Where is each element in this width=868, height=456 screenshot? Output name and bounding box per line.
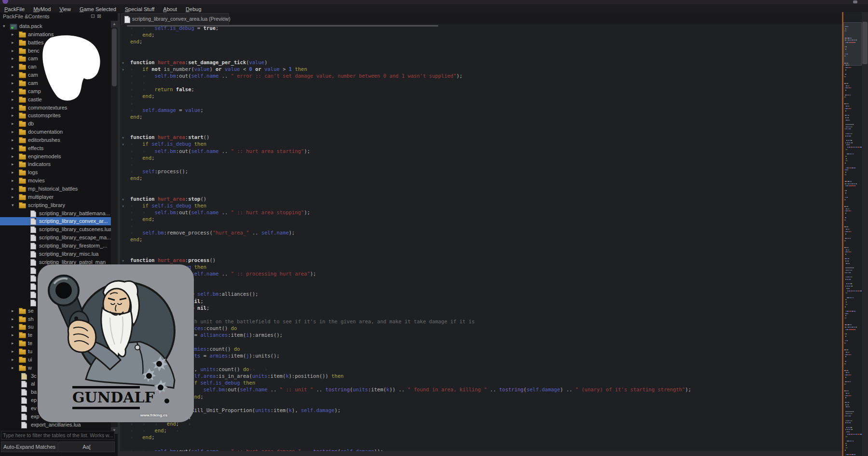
- case-sensitive-button[interactable]: Aa[: [58, 442, 115, 452]
- chevron-right-icon[interactable]: ▸: [12, 332, 14, 337]
- chevron-right-icon[interactable]: ▸: [12, 48, 14, 53]
- chevron-right-icon[interactable]: ▸: [12, 72, 14, 77]
- code-line: › › › › end;: [130, 414, 842, 420]
- chevron-right-icon[interactable]: ▸: [12, 32, 14, 37]
- chevron-right-icon[interactable]: ▸: [12, 113, 14, 118]
- minimap-line: [843, 240, 862, 241]
- chevron-right-icon[interactable]: ▸: [12, 56, 14, 61]
- minimap-line: [843, 188, 862, 189]
- folder-icon: [19, 81, 26, 86]
- tree-item-label: movies: [28, 178, 45, 183]
- collapse-all-icon[interactable]: ⊠: [97, 13, 101, 19]
- vertical-scrollbar[interactable]: [862, 12, 868, 456]
- minimap-line: [843, 87, 862, 88]
- fold-marker-icon[interactable]: ▼: [122, 258, 124, 264]
- tree-item-editorbrushes[interactable]: ▸editorbrushes: [0, 136, 111, 144]
- folder-icon: [19, 73, 26, 78]
- tree-item-indicators[interactable]: ▸indicators: [0, 160, 111, 168]
- code-view[interactable]: › › self.is_debug = true;› end;end;▼func…: [120, 25, 842, 451]
- code-line: › › self.is_debug = true;: [130, 25, 842, 31]
- tree-item-scripting_library_firestorm_-[interactable]: scripting_library_firestorm_...: [0, 242, 111, 250]
- horizontal-scrollbar[interactable]: [120, 451, 842, 456]
- chevron-right-icon[interactable]: ▸: [12, 138, 14, 142]
- chevron-down-icon[interactable]: ▾: [3, 24, 5, 28]
- chevron-down-icon[interactable]: ▾: [12, 203, 14, 207]
- fold-marker-icon[interactable]: ▼: [122, 141, 124, 148]
- chevron-right-icon[interactable]: ▸: [12, 40, 14, 45]
- tree-item-data-pack[interactable]: ▾data.pack: [0, 22, 111, 30]
- chevron-right-icon[interactable]: ▸: [12, 89, 14, 94]
- tree-item-movies[interactable]: ▸movies: [0, 177, 111, 185]
- chevron-right-icon[interactable]: ▸: [12, 154, 14, 159]
- code-line: › › return false;: [130, 86, 842, 93]
- minimap-line: [843, 290, 862, 291]
- chevron-right-icon[interactable]: ▸: [12, 129, 14, 134]
- tree-item-scripting_library[interactable]: ▾scripting_library: [0, 201, 111, 209]
- tree-item-enginemodels[interactable]: ▸enginemodels: [0, 152, 111, 161]
- tab-scripting-library-convex-area[interactable]: scripting_library_convex_area.lua (Previ…: [121, 13, 229, 25]
- tab-close-icon[interactable]: ✕: [222, 15, 226, 22]
- file-icon: [30, 267, 36, 274]
- fold-marker-icon[interactable]: ▼: [122, 196, 124, 203]
- minimap-line: [843, 402, 862, 403]
- fold-marker-icon[interactable]: ▼: [122, 67, 124, 73]
- chevron-right-icon[interactable]: ▸: [12, 81, 14, 85]
- tree-item-scripting_library_battlemana-[interactable]: scripting_library_battlemana...: [0, 209, 111, 218]
- menu-item-view[interactable]: View: [55, 5, 75, 13]
- minimap-line: [843, 388, 862, 389]
- tree-item-scripting_library_convex_ar-[interactable]: scripting_library_convex_ar...: [0, 217, 111, 225]
- code-line: › local enemy_num = nil;: [130, 304, 842, 311]
- chevron-right-icon[interactable]: ▸: [12, 121, 14, 126]
- tree-scroll-up-icon[interactable]: ▲: [111, 21, 118, 28]
- tree-item-scripting_library_escape_ma-[interactable]: scripting_library_escape_ma...: [0, 234, 111, 242]
- minimap-line: [843, 142, 862, 143]
- chevron-right-icon[interactable]: ▸: [12, 194, 14, 199]
- auto-expand-matches-button[interactable]: Auto-Expand Matches: [1, 442, 58, 452]
- tree-item-effects[interactable]: ▸effects: [0, 144, 111, 152]
- chevron-right-icon[interactable]: ▸: [12, 146, 14, 151]
- vertical-scroll-thumb[interactable]: [862, 22, 868, 64]
- tree-item-multiplayer[interactable]: ▸multiplayer: [0, 193, 111, 201]
- chevron-right-icon[interactable]: ▸: [12, 365, 14, 370]
- chevron-right-icon[interactable]: ▸: [12, 308, 14, 313]
- chevron-right-icon[interactable]: ▸: [12, 105, 14, 110]
- chevron-right-icon[interactable]: ▸: [12, 64, 14, 69]
- minimap[interactable]: [843, 12, 862, 456]
- chevron-right-icon[interactable]: ▸: [12, 97, 14, 102]
- chevron-right-icon[interactable]: ▸: [12, 162, 14, 166]
- chevron-right-icon[interactable]: ▸: [12, 178, 14, 183]
- expand-all-icon[interactable]: ⊡: [91, 13, 95, 19]
- chevron-right-icon[interactable]: ▸: [12, 357, 14, 362]
- fold-marker-icon[interactable]: ▼: [122, 60, 124, 67]
- file-icon: [30, 291, 36, 298]
- minimap-line: [843, 128, 862, 129]
- chevron-right-icon[interactable]: ▸: [12, 324, 14, 329]
- tree-scroll-thumb[interactable]: [112, 28, 117, 86]
- menu-item-mymod[interactable]: MyMod: [29, 5, 55, 13]
- tree-item-scripting_library_cutscenes-lua[interactable]: scripting_library_cutscenes.lua: [0, 225, 111, 234]
- fold-marker-icon[interactable]: ▼: [122, 203, 124, 210]
- minimap-line: [843, 265, 862, 266]
- chevron-right-icon[interactable]: ▸: [12, 170, 14, 175]
- menu-item-packfile[interactable]: PackFile: [0, 5, 29, 13]
- window-control-fragment[interactable]: [853, 0, 857, 3]
- minimap-line: [843, 374, 862, 375]
- minimap-line: [843, 292, 862, 293]
- tree-item-documentation[interactable]: ▸documentation: [0, 128, 111, 136]
- tree-item-customsprites[interactable]: ▸customsprites: [0, 111, 111, 120]
- folder-icon: [19, 65, 26, 70]
- chevron-right-icon[interactable]: ▸: [12, 317, 14, 321]
- chevron-right-icon[interactable]: ▸: [12, 341, 14, 345]
- tree-filter-input[interactable]: [1, 431, 115, 440]
- tree-item-scripting_library_misc-lua[interactable]: scripting_library_misc.lua: [0, 250, 111, 258]
- chevron-right-icon[interactable]: ▸: [12, 349, 14, 354]
- fold-marker-icon[interactable]: ▼: [122, 135, 124, 141]
- code-editor: scripting_library_convex_area.lua (Previ…: [120, 12, 842, 456]
- tree-item-mp_historical_battles[interactable]: ▸mp_historical_battles: [0, 185, 111, 193]
- minimap-viewport[interactable]: [843, 22, 862, 66]
- chevron-right-icon[interactable]: ▸: [12, 186, 14, 191]
- tree-item-label: se: [28, 308, 34, 314]
- tree-item-db[interactable]: ▸db: [0, 120, 111, 128]
- menu-item-game-selected[interactable]: Game Selected: [75, 5, 121, 13]
- tree-item-logs[interactable]: ▸logs: [0, 168, 111, 177]
